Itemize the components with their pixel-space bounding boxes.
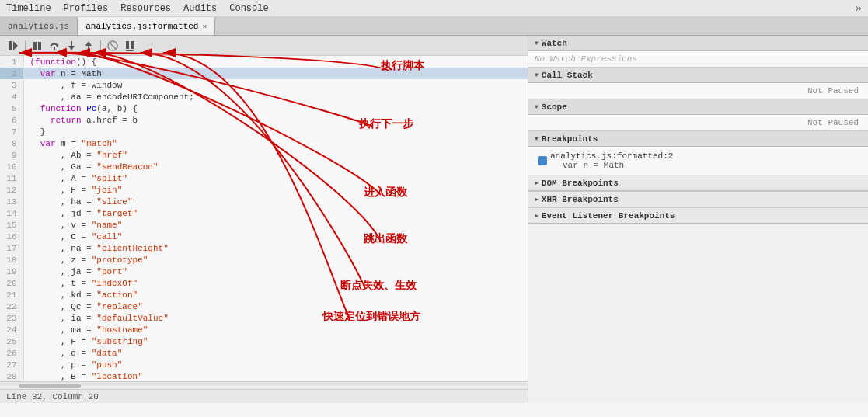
- table-row: 21 , kd = "action": [0, 289, 528, 301]
- table-row: 27 , p = "push": [0, 359, 528, 370]
- scope-status: Not Paused: [807, 118, 859, 127]
- line-code: function Pc(a, b) {: [23, 103, 528, 114]
- step-out-button[interactable]: [82, 39, 96, 53]
- menu-expand-icon[interactable]: »: [856, 2, 862, 15]
- call-stack-triangle-icon: ▼: [535, 71, 539, 78]
- scrollbar-thumb[interactable]: [19, 384, 81, 388]
- menu-timeline[interactable]: Timeline: [6, 3, 51, 14]
- svg-rect-13: [131, 41, 134, 49]
- table-row: 26 , q = "data": [0, 347, 528, 359]
- line-code: , v = "name": [23, 219, 528, 231]
- deactivate-breakpoints-button[interactable]: [106, 39, 120, 53]
- event-triangle-icon: ▶: [535, 212, 539, 219]
- table-row: 10 , Ga = "sendBeacon": [0, 161, 528, 172]
- dom-breakpoints-header[interactable]: ▶ DOM Breakpoints: [528, 175, 868, 191]
- line-code: , f = window: [23, 79, 528, 91]
- scope-header[interactable]: ▼ Scope: [528, 99, 868, 115]
- menu-console[interactable]: Console: [229, 3, 268, 14]
- line-number: 18: [0, 254, 23, 266]
- line-code: , A = "split": [23, 172, 528, 184]
- pause-button[interactable]: [30, 39, 44, 53]
- table-row: 22 , Qc = "replace": [0, 301, 528, 312]
- step-over-button[interactable]: [47, 39, 61, 53]
- line-number: 15: [0, 219, 23, 231]
- line-number: 13: [0, 196, 23, 207]
- table-row: 17 , na = "clientHeight": [0, 242, 528, 254]
- line-number: 12: [0, 184, 23, 196]
- xhr-breakpoints-header[interactable]: ▶ XHR Breakpoints: [528, 192, 868, 207]
- svg-rect-2: [33, 42, 37, 50]
- right-panel: ▼ Watch No Watch Expressions ▼ Call Stac…: [528, 36, 868, 403]
- horizontal-scrollbar[interactable]: [0, 381, 528, 389]
- line-code: , ma = "hostname": [23, 324, 528, 335]
- scope-title: Scope: [542, 103, 567, 112]
- table-row: 6 return a.href = b: [0, 114, 528, 126]
- menu-audits[interactable]: Audits: [183, 3, 217, 14]
- breakpoint-checkbox[interactable]: [538, 156, 547, 165]
- table-row: 23 , ia = "defaultValue": [0, 312, 528, 324]
- menu-bar: Timeline Profiles Resources Audits Conso…: [0, 0, 868, 17]
- breakpoints-section: ▼ Breakpoints analytics.js:formatted:2 v…: [528, 131, 868, 175]
- line-number: 23: [0, 312, 23, 324]
- line-number: 17: [0, 242, 23, 254]
- tab-close-button[interactable]: ✕: [202, 22, 207, 31]
- tab-label-active: analytics.js:formatted: [85, 22, 198, 31]
- scope-triangle-icon: ▼: [535, 103, 539, 110]
- step-into-button[interactable]: [64, 39, 78, 53]
- scope-content: Not Paused: [528, 115, 868, 130]
- tab-analytics-formatted[interactable]: analytics.js:formatted ✕: [78, 17, 215, 35]
- code-editor: 1 (function() { 2 var n = Math 3 , f = w…: [0, 36, 528, 403]
- line-number: 2: [0, 68, 23, 79]
- table-row: 12 , H = "join": [0, 184, 528, 196]
- watch-section: ▼ Watch No Watch Expressions: [528, 36, 868, 68]
- table-row: 13 , ha = "slice": [0, 196, 528, 207]
- table-row: 24 , ma = "hostname": [0, 324, 528, 335]
- table-row: 28 , B = "location": [0, 370, 528, 382]
- svg-rect-3: [38, 42, 41, 50]
- breakpoints-triangle-icon: ▼: [535, 135, 539, 142]
- table-row: 25 , F = "substring": [0, 335, 528, 347]
- line-code: var n = Math: [23, 68, 528, 79]
- line-code: , C = "call": [23, 231, 528, 242]
- table-row: 5 function Pc(a, b) {: [0, 103, 528, 114]
- svg-marker-7: [68, 46, 75, 50]
- tab-bar: analytics.js analytics.js:formatted ✕: [0, 17, 868, 36]
- line-code: (function() {: [23, 56, 528, 68]
- event-breakpoints-header[interactable]: ▶ Event Listener Breakpoints: [528, 208, 868, 224]
- breakpoints-header[interactable]: ▼ Breakpoints: [528, 131, 868, 147]
- svg-rect-0: [9, 41, 12, 50]
- call-stack-section: ▼ Call Stack Not Paused: [528, 68, 868, 99]
- status-bar: Line 32, Column 20: [0, 389, 528, 403]
- watch-empty-text: No Watch Expressions: [535, 54, 637, 64]
- line-code: , H = "join": [23, 184, 528, 196]
- line-code: , jd = "target": [23, 207, 528, 219]
- xhr-breakpoints-section: ▶ XHR Breakpoints: [528, 192, 868, 208]
- breakpoint-file: analytics.js:formatted:2: [550, 151, 673, 161]
- menu-profiles[interactable]: Profiles: [64, 3, 109, 14]
- event-breakpoints-section: ▶ Event Listener Breakpoints: [528, 208, 868, 224]
- table-row: 14 , jd = "target": [0, 207, 528, 219]
- line-code: , na = "clientHeight": [23, 242, 528, 254]
- tab-label: analytics.js: [8, 22, 69, 31]
- call-stack-header[interactable]: ▼ Call Stack: [528, 68, 868, 83]
- line-number: 26: [0, 347, 23, 359]
- menu-resources[interactable]: Resources: [120, 3, 171, 14]
- line-number: 14: [0, 207, 23, 219]
- tab-analytics-js[interactable]: analytics.js: [0, 17, 78, 35]
- table-row: 9 , Ab = "href": [0, 149, 528, 161]
- resume-button[interactable]: [6, 39, 20, 53]
- pause-on-exceptions-button[interactable]: [123, 39, 137, 53]
- dom-breakpoints-title: DOM Breakpoints: [542, 179, 619, 188]
- watch-triangle-icon: ▼: [535, 40, 539, 47]
- line-number: 10: [0, 161, 23, 172]
- xhr-breakpoints-title: XHR Breakpoints: [542, 195, 619, 204]
- line-code: return a.href = b: [23, 114, 528, 126]
- call-stack-content: Not Paused: [528, 83, 868, 99]
- line-number: 24: [0, 324, 23, 335]
- table-row: 4 , aa = encodeURIComponent;: [0, 91, 528, 103]
- svg-rect-12: [126, 41, 129, 49]
- main-area: 1 (function() { 2 var n = Math 3 , f = w…: [0, 36, 868, 403]
- line-number: 8: [0, 137, 23, 149]
- code-content[interactable]: 1 (function() { 2 var n = Math 3 , f = w…: [0, 56, 528, 389]
- watch-header[interactable]: ▼ Watch: [528, 36, 868, 51]
